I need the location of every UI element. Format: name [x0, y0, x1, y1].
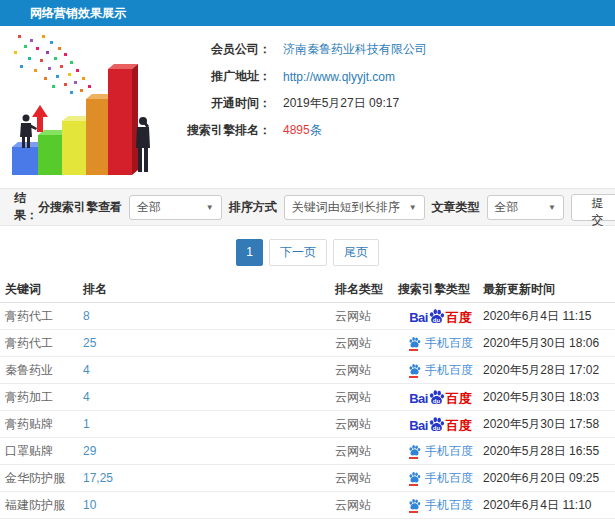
promo-url-link[interactable]: http://www.qlyyjt.com	[283, 70, 395, 84]
member-company-row: 会员公司： 济南秦鲁药业科技有限公司	[175, 36, 427, 63]
businessman-right	[136, 117, 150, 172]
mobile-baidu-logo: 手机百度	[408, 443, 473, 460]
rank-link[interactable]: 17,25	[83, 471, 113, 485]
rank-link[interactable]: 29	[83, 444, 96, 458]
update-time-cell: 2020年5月30日 18:03	[483, 389, 615, 406]
rank-count-unit: 条	[310, 123, 322, 137]
col-rank: 排名	[83, 281, 335, 298]
open-time-row: 开通时间： 2019年5月27日 09:17	[175, 90, 427, 117]
keyword-cell: 口罩贴牌	[0, 443, 83, 460]
rank-count-label: 搜索引擎排名：	[175, 122, 271, 139]
col-keyword: 关键词	[0, 281, 83, 298]
update-time-cell: 2020年5月28日 16:55	[483, 443, 615, 460]
engine-cell: 手机百度	[398, 362, 483, 379]
info-form: 会员公司： 济南秦鲁药业科技有限公司 推广地址： http://www.qlyy…	[175, 26, 427, 182]
mobile-baidu-logo: 手机百度	[408, 497, 473, 514]
engine-cell: Baidu百度	[398, 308, 483, 324]
engine-cell: 手机百度	[398, 497, 483, 514]
rank-type-cell: 云网站	[335, 362, 398, 379]
baidu-paw-icon	[408, 444, 421, 457]
col-rank-type: 排名类型	[335, 281, 398, 298]
engine-filter-label: 分搜索引擎查看	[38, 199, 122, 216]
engine-filter-value: 全部	[137, 199, 161, 216]
member-company-label: 会员公司：	[175, 41, 271, 58]
rank-link[interactable]: 8	[83, 309, 90, 323]
rank-link[interactable]: 4	[83, 363, 90, 377]
result-label: 结果：	[14, 190, 38, 224]
marketing-chart-image	[0, 29, 175, 181]
chevron-down-icon: ▼	[206, 203, 214, 212]
baidu-paw-icon	[408, 336, 421, 349]
rank-type-cell: 云网站	[335, 470, 398, 487]
red-underline	[409, 376, 418, 378]
rank-type-cell: 云网站	[335, 389, 398, 406]
mobile-baidu-logo: 手机百度	[408, 470, 473, 487]
red-underline	[409, 349, 418, 351]
sort-filter-value: 关键词由短到长排序	[292, 199, 400, 216]
engine-filter-select[interactable]: 全部 ▼	[129, 195, 222, 220]
results-table: 关键词 排名 排名类型 搜索引擎类型 最新更新时间 膏药代工 8 云网站 Bai…	[0, 277, 615, 520]
baidu-paw-icon	[408, 471, 421, 484]
table-row: 膏药加工 4 云网站 Baidu百度 2020年5月30日 18:03	[0, 384, 615, 411]
update-time-cell: 2020年5月30日 17:58	[483, 416, 615, 433]
update-time-cell: 2020年6月4日 11:15	[483, 308, 615, 325]
engine-cell: Baidu百度	[398, 416, 483, 432]
open-time-value: 2019年5月27日 09:17	[283, 95, 399, 112]
member-company-link[interactable]: 济南秦鲁药业科技有限公司	[283, 41, 427, 58]
rank-type-cell: 云网站	[335, 308, 398, 325]
baidu-paw-icon	[408, 498, 421, 511]
mobile-baidu-logo: 手机百度	[408, 362, 473, 379]
table-header: 关键词 排名 排名类型 搜索引擎类型 最新更新时间	[0, 277, 615, 303]
pagination: 1 下一页 尾页	[0, 226, 615, 272]
last-page-button[interactable]: 尾页	[333, 239, 379, 266]
keyword-cell: 膏药加工	[0, 389, 83, 406]
promo-url-label: 推广地址：	[175, 68, 271, 85]
baidu-logo: Baidu百度	[409, 416, 472, 432]
page-title-bar: 网络营销效果展示	[0, 0, 615, 26]
table-row: 金华防护服 17,25 云网站 手机百度 2020年6月20日 09:25	[0, 465, 615, 492]
keyword-cell: 膏药贴牌	[0, 416, 83, 433]
open-time-label: 开通时间：	[175, 95, 271, 112]
keyword-cell: 膏药代工	[0, 308, 83, 325]
rank-type-cell: 云网站	[335, 335, 398, 352]
update-time-cell: 2020年6月4日 11:10	[483, 497, 615, 514]
page-button-1[interactable]: 1	[236, 239, 263, 266]
table-row: 膏药代工 8 云网站 Baidu百度 2020年6月4日 11:15	[0, 303, 615, 330]
sort-filter-label: 排序方式	[229, 199, 277, 216]
table-row: 膏药代工 25 云网站 手机百度 2020年5月30日 18:06	[0, 330, 615, 357]
rank-count-number: 4895	[283, 123, 310, 137]
chevron-down-icon: ▼	[548, 203, 556, 212]
rank-link[interactable]: 1	[83, 417, 90, 431]
rank-count-row: 搜索引擎排名： 4895条	[175, 117, 427, 144]
next-page-button[interactable]: 下一页	[269, 239, 327, 266]
engine-cell: 手机百度	[398, 335, 483, 352]
article-type-value: 全部	[495, 199, 519, 216]
rank-link[interactable]: 25	[83, 336, 96, 350]
mobile-baidu-logo: 手机百度	[408, 335, 473, 352]
article-type-label: 文章类型	[432, 199, 480, 216]
table-row: 膏药贴牌 1 云网站 Baidu百度 2020年5月30日 17:58	[0, 411, 615, 438]
rank-type-cell: 云网站	[335, 443, 398, 460]
page: 网络营销效果展示	[0, 0, 615, 520]
bar-red	[108, 64, 138, 175]
update-time-cell: 2020年5月30日 18:06	[483, 335, 615, 352]
rank-link[interactable]: 10	[83, 498, 96, 512]
submit-button[interactable]: 提交	[571, 194, 615, 221]
col-update-time: 最新更新时间	[483, 281, 615, 298]
red-underline	[409, 457, 418, 459]
engine-cell: 手机百度	[398, 443, 483, 460]
article-type-select[interactable]: 全部 ▼	[487, 195, 564, 220]
keyword-cell: 秦鲁药业	[0, 362, 83, 379]
keyword-cell: 福建防护服	[0, 497, 83, 514]
engine-cell: Baidu百度	[398, 389, 483, 405]
baidu-logo: Baidu百度	[409, 389, 472, 405]
baidu-logo: Baidu百度	[409, 308, 472, 324]
table-row: 口罩贴牌 29 云网站 手机百度 2020年5月28日 16:55	[0, 438, 615, 465]
sort-filter-select[interactable]: 关键词由短到长排序 ▼	[284, 195, 425, 220]
red-underline	[409, 484, 418, 486]
confetti-dots	[14, 35, 91, 94]
baidu-paw-icon	[408, 363, 421, 376]
page-title: 网络营销效果展示	[30, 6, 126, 20]
rank-link[interactable]: 4	[83, 390, 90, 404]
chevron-down-icon: ▼	[409, 203, 417, 212]
